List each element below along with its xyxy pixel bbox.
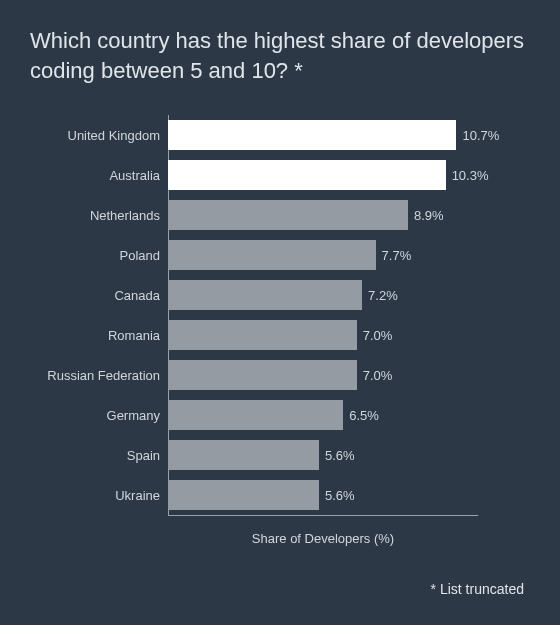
bar-row: Australia10.3% — [40, 155, 530, 195]
category-label: Germany — [40, 408, 168, 423]
value-label: 7.0% — [363, 328, 393, 343]
bar — [168, 440, 319, 470]
bar-row: Poland7.7% — [40, 235, 530, 275]
category-label: Canada — [40, 288, 168, 303]
bar-row: Russian Federation7.0% — [40, 355, 530, 395]
bar-row: Ukraine5.6% — [40, 475, 530, 515]
bar-row: United Kingdom10.7% — [40, 115, 530, 155]
bar-row: Spain5.6% — [40, 435, 530, 475]
bar-row: Netherlands8.9% — [40, 195, 530, 235]
bar-row: Germany6.5% — [40, 395, 530, 435]
footnote: * List truncated — [431, 581, 524, 597]
bar-cell: 7.7% — [168, 235, 478, 275]
category-label: Romania — [40, 328, 168, 343]
bar — [168, 480, 319, 510]
value-label: 7.7% — [382, 248, 412, 263]
bar — [168, 240, 376, 270]
bar-row: Canada7.2% — [40, 275, 530, 315]
value-label: 8.9% — [414, 208, 444, 223]
bar-cell: 7.2% — [168, 275, 478, 315]
value-label: 7.2% — [368, 288, 398, 303]
category-label: Ukraine — [40, 488, 168, 503]
category-label: Spain — [40, 448, 168, 463]
bar — [168, 120, 456, 150]
x-axis-label: Share of Developers (%) — [168, 531, 478, 546]
bar — [168, 320, 357, 350]
bar — [168, 400, 343, 430]
bar-cell: 5.6% — [168, 475, 478, 515]
bar-row: Romania7.0% — [40, 315, 530, 355]
category-label: United Kingdom — [40, 128, 168, 143]
x-axis-line — [168, 515, 478, 516]
category-label: Australia — [40, 168, 168, 183]
bar — [168, 200, 408, 230]
bar-cell: 7.0% — [168, 355, 478, 395]
value-label: 7.0% — [363, 368, 393, 383]
bar-cell: 8.9% — [168, 195, 478, 235]
value-label: 6.5% — [349, 408, 379, 423]
value-label: 5.6% — [325, 488, 355, 503]
bar — [168, 160, 446, 190]
bar-cell: 6.5% — [168, 395, 478, 435]
bar — [168, 360, 357, 390]
category-label: Netherlands — [40, 208, 168, 223]
bar-chart: United Kingdom10.7%Australia10.3%Netherl… — [40, 115, 530, 515]
bar-cell: 5.6% — [168, 435, 478, 475]
bar-cell: 7.0% — [168, 315, 478, 355]
value-label: 10.3% — [452, 168, 489, 183]
chart-title: Which country has the highest share of d… — [30, 26, 530, 85]
category-label: Poland — [40, 248, 168, 263]
value-label: 5.6% — [325, 448, 355, 463]
bar-cell: 10.3% — [168, 155, 489, 195]
category-label: Russian Federation — [40, 368, 168, 383]
value-label: 10.7% — [462, 128, 499, 143]
bar-cell: 10.7% — [168, 115, 499, 155]
bar-series: United Kingdom10.7%Australia10.3%Netherl… — [40, 115, 530, 515]
bar — [168, 280, 362, 310]
chart-card: Which country has the highest share of d… — [0, 0, 560, 625]
